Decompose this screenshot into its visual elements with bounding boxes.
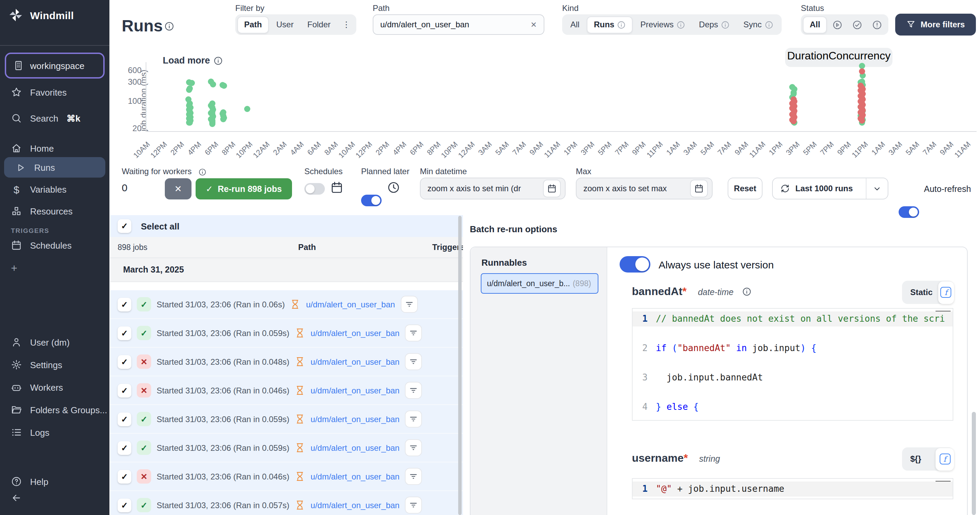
sidebar-item-runs[interactable]: Runs [4,157,105,177]
runs-info-icon[interactable] [164,21,174,34]
planned-later-toggle[interactable] [361,195,382,206]
tab-concurrency[interactable]: Concurrency [829,49,891,65]
collapse-sidebar-button[interactable] [0,488,110,508]
status-all[interactable]: All [803,16,827,33]
row-filter-button[interactable] [405,353,422,370]
row-filter-button[interactable] [405,439,422,456]
path-filter-input[interactable]: u/dm/alert_on_user_ban ✕ [373,14,544,35]
run-row[interactable]: ✓✓Started 31/03, 23:06 (Ran in 0.059s)u/… [110,405,463,434]
app-logo[interactable]: Windmill [8,8,74,22]
sidebar-item-variables[interactable]: $ Variables [0,179,110,200]
run-dot-success[interactable] [244,106,250,113]
row-filter-button[interactable] [405,382,422,399]
run-path-link[interactable]: u/dm/alert_on_user_ban [310,472,399,481]
run-row[interactable]: ✓✕Started 31/03, 23:06 (Ran in 0.046s)u/… [110,376,463,405]
row-checkbox[interactable]: ✓ [118,412,131,426]
row-filter-button[interactable] [405,496,422,513]
schedules-toggle[interactable] [304,183,325,195]
sidebar-item-schedules[interactable]: Schedules [0,235,110,255]
kind-runs[interactable]: Runs [587,16,633,33]
last-runs-dropdown[interactable]: Last 1000 runs [772,177,888,200]
run-dot-success[interactable] [210,81,216,87]
sidebar-item-folders-groups[interactable]: Folders & Groups... [0,399,110,420]
status-success[interactable] [848,16,867,33]
tab-duration[interactable]: Duration [787,49,829,65]
sidebar-item-favorites[interactable]: Favorites [0,82,110,103]
run-dot-success[interactable] [188,80,194,86]
mode-expression-button[interactable]: f [938,281,954,304]
load-more-button[interactable]: Load more [163,55,210,66]
rerun-jobs-button[interactable]: ✓ Re-run 898 jobs [196,178,292,200]
mode-static[interactable]: Static [910,288,932,297]
waiting-info-icon[interactable] [198,166,207,179]
run-path-link[interactable]: u/dm/alert_on_user_ban [310,443,399,453]
load-more-info-icon[interactable] [213,56,223,68]
kind-deps[interactable]: Deps [693,16,736,33]
run-dot-success[interactable] [220,116,226,122]
sidebar-item-home[interactable]: Home [0,138,110,158]
last-runs-caret[interactable] [866,178,888,199]
run-path-link[interactable]: u/dm/alert_on_user_ban [310,500,399,510]
status-running[interactable] [829,16,847,33]
run-path-link[interactable]: u/dm/alert_on_user_ban [310,414,399,424]
runnable-chip[interactable]: u/dm/alert_on_user_b... (898) [481,273,598,294]
row-filter-button[interactable] [405,325,422,342]
max-calendar-button[interactable] [690,180,708,197]
sidebar-item-user[interactable]: User (dm) [0,332,110,352]
kind-sync[interactable]: Sync [737,16,779,33]
run-dot-success[interactable] [187,120,193,126]
run-row[interactable]: ✓✓Started 31/03, 23:06 (Ran in 0.057s)u/… [110,491,463,515]
run-path-link[interactable]: u/dm/alert_on_user_ban [310,385,399,395]
bannedat-code-editor[interactable]: 1// bannedAt does not exist on all versi… [632,308,953,421]
row-checkbox[interactable]: ✓ [118,326,131,340]
status-failure[interactable] [868,16,887,33]
max-datetime-input[interactable]: zoom x axis to set max [576,177,713,200]
row-checkbox[interactable]: ✓ [118,383,131,397]
kind-all[interactable]: All [564,16,586,33]
auto-refresh-toggle[interactable] [899,206,919,218]
min-calendar-button[interactable] [543,180,561,197]
row-checkbox[interactable]: ✓ [118,441,131,455]
latest-version-toggle[interactable] [620,256,651,273]
sidebar-item-settings[interactable]: Settings [0,355,110,375]
field-info-icon[interactable] [742,287,752,299]
mode-template[interactable]: ${} [910,454,921,464]
filter-by-more-menu[interactable]: ⋮ [338,16,355,33]
run-dot-success[interactable] [186,87,192,93]
page-scrollbar[interactable] [972,412,976,515]
select-all-checkbox[interactable]: ✓ [118,219,131,233]
run-path-link[interactable]: u/dm/alert_on_user_ban [310,357,399,366]
run-dot-success[interactable] [209,121,215,127]
row-checkbox[interactable]: ✓ [118,355,131,369]
row-checkbox[interactable]: ✓ [118,469,131,483]
sidebar-item-logs[interactable]: Logs [0,422,110,443]
sidebar-item-resources[interactable]: Resources [0,201,110,221]
row-filter-button[interactable] [405,410,422,428]
run-dot-failure[interactable] [859,68,865,74]
kind-previews[interactable]: Previews [634,16,691,33]
username-code-editor[interactable]: 1"@" + job.input.username [632,478,953,499]
run-row[interactable]: ✓✓Started 31/03, 23:06 (Ran in 0.06s)u/d… [110,290,463,319]
cancel-selection-button[interactable]: ✕ [165,178,191,200]
run-path-link[interactable]: u/dm/alert_on_user_ban [310,328,399,338]
filter-by-user[interactable]: User [270,16,300,33]
run-dot-success[interactable] [221,83,227,89]
run-dot-failure[interactable] [790,118,796,124]
workspace-selector[interactable]: workingspace [5,52,105,79]
row-checkbox[interactable]: ✓ [118,498,131,512]
list-scrollbar[interactable] [458,216,461,515]
run-path-link[interactable]: u/dm/alert_on_user_ban [306,299,395,309]
reset-button[interactable]: Reset [728,177,762,200]
run-row[interactable]: ✓✕Started 31/03, 23:06 (Ran in 0.046s)u/… [110,463,463,491]
row-filter-button[interactable] [405,468,422,485]
row-checkbox[interactable]: ✓ [118,298,131,311]
sidebar-item-workers[interactable]: Workers [0,377,110,398]
sidebar-item-search[interactable]: Search ⌘k [0,108,110,128]
run-row[interactable]: ✓✓Started 31/03, 23:06 (Ran in 0.059s)u/… [110,434,463,463]
clear-path-icon[interactable]: ✕ [531,20,537,29]
row-filter-button[interactable] [401,296,417,313]
filter-by-path[interactable]: Path [237,16,269,33]
run-row[interactable]: ✓✕Started 31/03, 23:06 (Ran in 0.048s)u/… [110,348,463,376]
filter-by-folder[interactable]: Folder [301,16,337,33]
mode-expression-button[interactable]: f [935,448,954,470]
